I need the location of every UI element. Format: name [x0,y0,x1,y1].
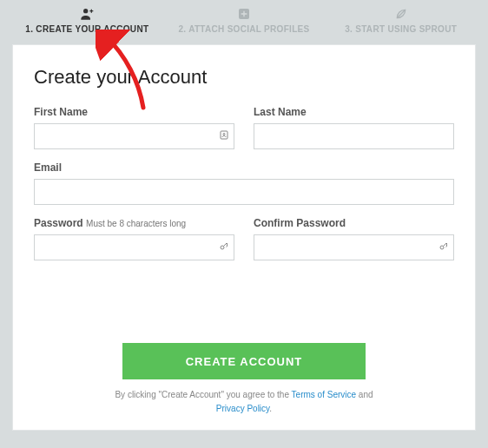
confirm-password-input[interactable] [254,234,454,260]
person-plus-icon [9,7,166,21]
page-title: Create your Account [34,66,454,89]
step-label: 2. ATTACH SOCIAL PROFILES [166,24,323,34]
steps-bar: 1. CREATE YOUR ACCOUNT 2. ATTACH SOCIAL … [0,0,488,44]
fineprint: By clicking "Create Account" you agree t… [34,388,454,416]
form-footer: CREATE ACCOUNT By clicking "Create Accou… [34,343,454,416]
password-input[interactable] [34,234,234,260]
email-label: Email [34,161,454,174]
email-input[interactable] [34,179,454,205]
email-field-group: Email [34,161,454,205]
password-hint: Must be 8 characters long [86,219,186,228]
step-start-using[interactable]: 3. START USING SPROUT [322,7,479,34]
first-name-field-group: First Name [34,106,234,149]
password-label: Password Must be 8 characters long [34,217,234,229]
step-attach-profiles[interactable]: 2. ATTACH SOCIAL PROFILES [166,7,323,34]
form-card: Create your Account First Name Last Name… [12,44,476,431]
password-field-group: Password Must be 8 characters long [34,217,234,260]
last-name-field-group: Last Name [254,106,454,149]
step-label: 1. CREATE YOUR ACCOUNT [9,24,166,34]
create-account-button[interactable]: CREATE ACCOUNT [122,343,366,379]
confirm-password-label: Confirm Password [254,217,454,229]
plus-box-icon [166,7,323,21]
last-name-label: Last Name [254,106,454,118]
terms-of-service-link[interactable]: Terms of Service [292,390,356,399]
first-name-input[interactable] [34,123,234,149]
leaf-icon [322,7,479,21]
step-create-account[interactable]: 1. CREATE YOUR ACCOUNT [9,7,166,34]
first-name-label: First Name [34,106,234,118]
step-label: 3. START USING SPROUT [322,24,479,34]
svg-point-0 [83,9,88,13]
privacy-policy-link[interactable]: Privacy Policy [216,404,270,413]
confirm-password-field-group: Confirm Password [254,217,454,260]
last-name-input[interactable] [254,123,454,149]
